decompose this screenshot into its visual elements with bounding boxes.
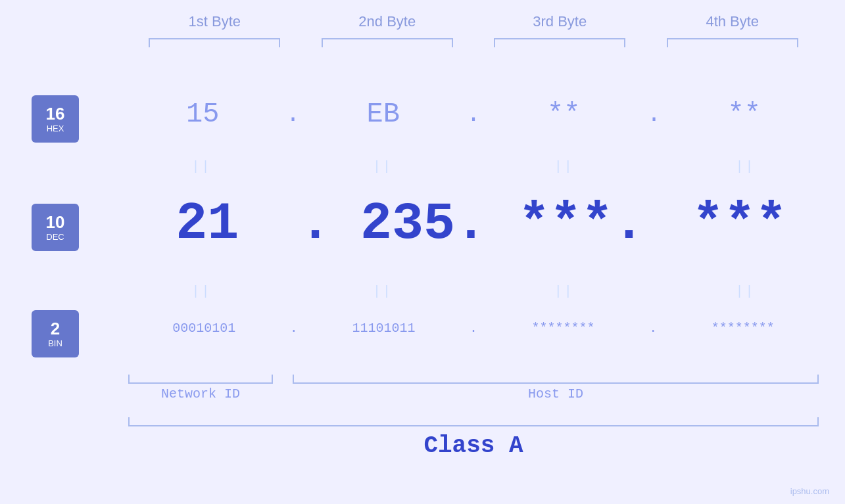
class-bracket-container (128, 417, 819, 426)
main-layout: 1st Byte 2nd Byte 3rd Byte 4th Byte 16 H… (0, 0, 845, 504)
eq-row-1: || || || || (128, 159, 819, 174)
badge-hex-label: HEX (47, 124, 64, 133)
bin-values-row: 00010101 . 11101011 . ******** . *******… (128, 321, 819, 336)
column-headers: 1st Byte 2nd Byte 3rd Byte 4th Byte (128, 13, 819, 30)
badge-dec-number: 10 (46, 214, 65, 231)
bin-byte4: ******** (677, 321, 809, 336)
eq2-byte3: || (498, 284, 630, 299)
hex-byte4: ** (679, 99, 810, 130)
hex-values-row: 15 . EB . ** . ** (128, 99, 819, 130)
header-byte1: 1st Byte (135, 13, 293, 30)
hex-byte3: ** (498, 99, 629, 130)
eq2-byte4: || (679, 284, 811, 299)
network-id-label: Network ID (128, 386, 273, 401)
dec-byte2: 21 235. (358, 194, 489, 254)
eq-row-2: || || || || (128, 284, 819, 299)
class-label: Class A (423, 432, 523, 459)
badge-dec-label: DEC (46, 232, 64, 242)
bin-sep1: . (290, 321, 298, 336)
watermark: ipshu.com (790, 486, 829, 496)
bin-byte2: 11101011 (318, 321, 449, 336)
class-bracket (128, 417, 819, 426)
hex-byte2: EB (318, 99, 449, 130)
header-byte4: 4th Byte (654, 13, 811, 30)
id-labels: Network ID Host ID (128, 386, 819, 401)
badge-bin-number: 2 (51, 320, 60, 337)
bin-byte1: 00010101 (138, 321, 270, 336)
bracket-host (293, 375, 819, 384)
bracket-byte1 (149, 38, 280, 47)
host-id-label: Host ID (293, 386, 819, 401)
dec-values-row: 21 . 21 235. ***. *** (128, 194, 819, 254)
bracket-network (128, 375, 273, 384)
eq2-byte2: || (317, 284, 448, 299)
bracket-byte3 (494, 38, 625, 47)
eq1-byte1: || (135, 159, 267, 174)
eq1-byte3: || (498, 159, 630, 174)
badge-hex-number: 16 (46, 105, 65, 122)
bracket-byte2 (322, 38, 453, 47)
dec-sep1: . (300, 194, 331, 254)
eq1-byte4: || (679, 159, 811, 174)
top-bracket-row (128, 38, 819, 47)
bin-byte3: ******** (498, 321, 629, 336)
badge-dec: 10 DEC (32, 204, 79, 251)
hex-sep3: . (647, 101, 662, 128)
header-byte2: 2nd Byte (308, 13, 466, 30)
hex-sep2: . (466, 101, 481, 128)
badge-bin: 2 BIN (32, 310, 79, 357)
bottom-brackets (128, 375, 819, 384)
eq2-byte1: || (135, 284, 267, 299)
bin-sep2: . (470, 321, 477, 336)
hex-byte1: 15 (137, 99, 268, 130)
header-byte3: 3rd Byte (481, 13, 639, 30)
class-label-container: Class A (128, 432, 819, 459)
dec-byte1: 21 (141, 194, 273, 254)
eq1-byte2: || (317, 159, 448, 174)
dec-byte3: ***. (516, 194, 647, 254)
hex-sep1: . (286, 101, 301, 128)
badge-bin-label: BIN (48, 338, 62, 348)
bracket-byte4 (667, 38, 798, 47)
badge-hex: 16 HEX (32, 95, 79, 143)
bin-sep3: . (649, 321, 657, 336)
dec-byte4: *** (674, 194, 806, 254)
